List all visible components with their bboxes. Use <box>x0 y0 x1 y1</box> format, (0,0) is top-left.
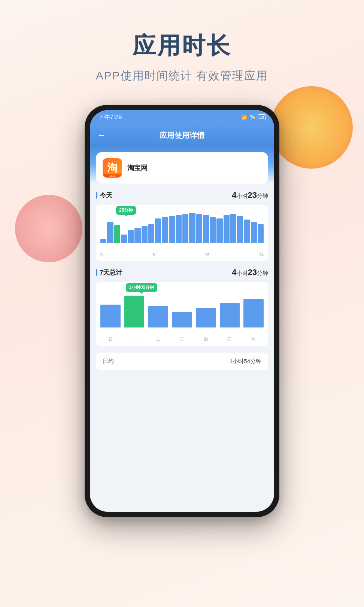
week-x-四: 四 <box>195 336 216 342</box>
today-chart-container: 25分钟 0 8 16 24 <box>96 205 268 261</box>
weekly-bar-2 <box>148 306 168 327</box>
today-mins: 23 <box>248 190 257 200</box>
week-unit2: 分钟 <box>257 270 268 276</box>
week-chart <box>100 287 264 327</box>
status-icons: 📶 📡 28 <box>241 114 266 120</box>
status-time: 下午7:29 <box>98 114 122 121</box>
today-value: 4小时23分钟 <box>232 190 268 200</box>
weekly-bar-wrap-0 <box>100 287 121 327</box>
today-unit2: 分钟 <box>257 193 268 199</box>
weekly-bar-0 <box>100 305 121 327</box>
hourly-bar-5 <box>134 228 140 243</box>
x-label-0: 0 <box>100 253 103 257</box>
hourly-bar-7 <box>148 224 154 243</box>
hourly-bar-4 <box>128 230 134 243</box>
week-chart-container: 1小时05分钟 平均 日 一 二 三 四 <box>96 282 268 346</box>
hourly-bar-18 <box>224 215 230 243</box>
hourly-bar-19 <box>230 214 236 243</box>
signal-icon: 📶 <box>241 115 247 120</box>
content-area: 今天 4小时23分钟 25分钟 0 8 16 24 <box>90 184 274 377</box>
weekly-bar-wrap-4 <box>196 287 216 327</box>
weekly-bar-wrap-2 <box>148 287 168 327</box>
blue-background: 淘 11.11 淘宝网 <box>90 146 274 184</box>
app-icon-badge: 11.11 <box>103 174 122 178</box>
weekly-bar-5 <box>220 303 240 327</box>
today-section: 今天 4小时23分钟 25分钟 0 8 16 24 <box>96 190 268 261</box>
hourly-bar-2 <box>114 225 120 243</box>
app-icon: 淘 11.11 <box>103 158 122 178</box>
week-x-日: 日 <box>100 336 121 342</box>
hourly-bar-3 <box>121 235 127 243</box>
today-header: 今天 4小时23分钟 <box>96 190 268 200</box>
hourly-bar-11 <box>176 215 182 243</box>
x-label-8: 8 <box>152 253 155 257</box>
weekly-bar-1 <box>124 296 145 327</box>
hourly-bar-20 <box>237 216 243 243</box>
x-label-16: 16 <box>204 253 209 257</box>
decoration-blob-pink <box>15 195 82 262</box>
status-bar: 下午7:29 📶 📡 28 <box>90 110 274 124</box>
week-x-五: 五 <box>219 336 240 342</box>
week-header: 7天总计 4小时23分钟 <box>96 268 268 277</box>
week-section: 7天总计 4小时23分钟 1小时05分钟 平均 <box>96 268 268 346</box>
back-button[interactable]: ← <box>97 130 106 140</box>
weekly-bar-3 <box>172 312 192 328</box>
week-x-一: 一 <box>124 336 145 342</box>
app-name: 淘宝网 <box>127 163 148 172</box>
hourly-bar-21 <box>244 220 250 243</box>
app-card: 淘 11.11 淘宝网 <box>96 152 268 184</box>
header-area: 应用时长 APP使用时间统计 有效管理应用 <box>0 0 364 84</box>
week-x-labels: 日 一 二 三 四 五 六 <box>100 336 264 342</box>
hourly-bar-15 <box>203 215 209 243</box>
phone-screen: 下午7:29 📶 📡 28 ← 应用使用详情 淘 11.11 <box>90 110 274 512</box>
week-x-三: 三 <box>172 336 192 342</box>
week-hours: 4 <box>232 268 236 277</box>
footer-right-value: 1小时54分钟 <box>230 358 261 365</box>
sub-title: APP使用时间统计 有效管理应用 <box>0 68 364 84</box>
today-hours: 4 <box>232 190 236 200</box>
main-title: 应用时长 <box>0 30 364 61</box>
weekly-bar-4 <box>196 308 216 327</box>
hourly-bar-17 <box>216 218 222 243</box>
hourly-bar-8 <box>155 218 161 243</box>
hourly-bar-10 <box>169 216 175 243</box>
wifi-icon: 📡 <box>249 115 255 120</box>
footer-left-label: 日均 <box>103 358 114 365</box>
app-icon-char: 淘 <box>107 161 118 175</box>
hourly-bar-1 <box>107 222 113 243</box>
weekly-bar-wrap-3 <box>172 287 192 327</box>
phone-outer: 下午7:29 📶 📡 28 ← 应用使用详情 淘 11.11 <box>85 105 279 517</box>
week-unit1: 小时 <box>237 270 248 276</box>
footer-stats: 日均 1小时54分钟 <box>96 353 268 370</box>
week-value: 4小时23分钟 <box>232 268 268 277</box>
week-tooltip: 1小时05分钟 <box>126 283 157 292</box>
hourly-bar-16 <box>210 217 216 243</box>
hourly-bar-6 <box>142 226 148 243</box>
today-label: 今天 <box>96 191 112 200</box>
hourly-bar-9 <box>162 217 168 243</box>
hourly-bar-12 <box>182 214 188 243</box>
hourly-bar-0 <box>100 239 106 243</box>
decoration-blob-orange <box>270 86 353 169</box>
week-mins: 23 <box>248 268 257 277</box>
x-label-24: 24 <box>259 253 264 257</box>
today-x-labels: 0 8 16 24 <box>100 253 264 257</box>
phone-mockup: 下午7:29 📶 📡 28 ← 应用使用详情 淘 11.11 <box>85 105 279 517</box>
week-x-六: 六 <box>243 336 264 342</box>
hourly-bar-23 <box>258 224 264 243</box>
weekly-bar-wrap-6 <box>243 287 264 327</box>
weekly-bar-6 <box>243 299 264 327</box>
week-x-二: 二 <box>148 336 169 342</box>
hourly-bar-13 <box>189 213 195 243</box>
today-tooltip: 25分钟 <box>116 206 136 215</box>
nav-bar: ← 应用使用详情 <box>90 124 274 146</box>
week-label: 7天总计 <box>96 268 122 277</box>
today-unit1: 小时 <box>237 193 248 199</box>
hourly-bar-14 <box>196 214 202 243</box>
nav-title: 应用使用详情 <box>160 130 204 141</box>
hourly-bar-22 <box>251 222 257 243</box>
battery-icon: 28 <box>258 114 266 120</box>
weekly-bar-wrap-5 <box>220 287 240 327</box>
